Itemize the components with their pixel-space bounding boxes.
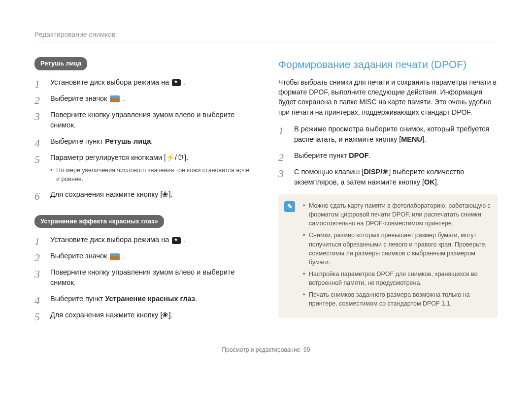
macro-icon: ❀: [382, 168, 389, 176]
right-column: Формирование задания печати (DPOF) Чтобы…: [278, 57, 498, 326]
note-item: Печать снимков заданного размера возможн…: [303, 290, 491, 308]
macro-icon: ❀: [162, 190, 168, 198]
dpof-heading: Формирование задания печати (DPOF): [278, 57, 498, 72]
section-label-retouch: Ретушь лица: [34, 57, 87, 70]
mode-dial-icon: [172, 79, 181, 86]
step-item: Выберите пункт DPOF.: [278, 151, 498, 161]
thumbnail-icon: [110, 95, 120, 102]
flash-icon: ⚡: [166, 154, 175, 161]
step-item: Для сохранения нажмите кнопку [❀].: [34, 310, 254, 320]
breadcrumb: Редактирование снимков: [34, 30, 498, 42]
step-item: Поверните кнопку управления зумом влево …: [34, 110, 254, 130]
dpof-intro: Чтобы выбрать снимки для печати и сохран…: [278, 77, 498, 117]
retouch-steps: Установите диск выбора режима на .Выбери…: [34, 77, 254, 200]
step-item: Установите диск выбора режима на .: [34, 77, 254, 88]
footer-section: Просмотр и редактирование: [222, 346, 300, 353]
step-item: Для сохранения нажмите кнопку [❀].: [34, 189, 254, 200]
step-item: Выберите пункт Ретушь лица.: [34, 136, 254, 147]
dpof-steps: В режиме просмотра выберите снимок, кото…: [278, 124, 498, 187]
mode-dial-icon: [172, 237, 181, 244]
step-item: В режиме просмотра выберите снимок, кото…: [278, 124, 498, 145]
footer-page: 90: [303, 346, 310, 353]
section-label-redeye: Устранение эффекта «красных глаз»: [34, 215, 164, 228]
note-item: Настройка параметров DPOF для снимков, х…: [303, 270, 491, 287]
step-item: Выберите значок .: [34, 251, 254, 261]
step-item: Поверните кнопку управления зумом влево …: [34, 267, 254, 288]
note-item: Можно сдать карту памяти в фотолаборатор…: [303, 201, 491, 228]
note-list: Можно сдать карту памяти в фотолаборатор…: [303, 201, 491, 308]
note-item: Снимки, размер которых превышает размер …: [303, 231, 491, 267]
info-icon: ✎: [284, 201, 295, 212]
step-sub-note: По мере увеличения числового значения то…: [50, 166, 254, 184]
content-columns: Ретушь лица Установите диск выбора режим…: [34, 57, 498, 326]
macro-icon: ❀: [162, 311, 168, 319]
step-item: Установите диск выбора режима на .: [34, 235, 254, 245]
left-column: Ретушь лица Установите диск выбора режим…: [34, 57, 254, 326]
step-item: Выберите значок .: [34, 93, 254, 104]
page-footer: Просмотр и редактирование 90: [34, 346, 498, 354]
step-item: С помощью клавиш [DISP/❀] выберите колич…: [278, 167, 498, 187]
note-box: ✎ Можно сдать карту памяти в фотолаборат…: [278, 194, 498, 318]
step-item: Параметр регулируется кнопками [⚡/⏱].По …: [34, 153, 254, 184]
thumbnail-icon: [110, 253, 120, 260]
redeye-steps: Установите диск выбора режима на .Выбери…: [34, 235, 254, 320]
timer-icon: ⏱: [177, 154, 184, 161]
step-item: Выберите пункт Устранение красных глаз.: [34, 294, 254, 304]
